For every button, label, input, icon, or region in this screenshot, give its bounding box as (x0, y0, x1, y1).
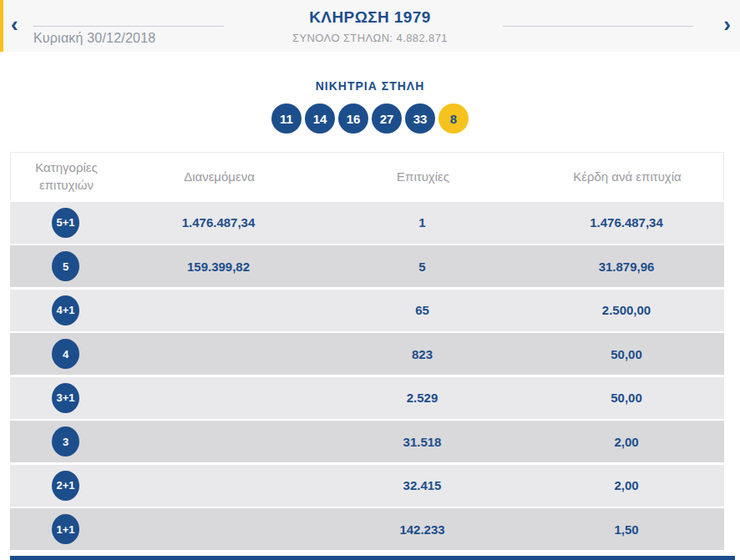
prize-per-winner-value: 2,00 (529, 435, 724, 449)
category-badge: 5 (52, 251, 79, 281)
prize-per-winner-value: 50,00 (529, 347, 724, 361)
table-row: 331.5182,00 (10, 421, 724, 462)
next-section-top-edge (10, 556, 735, 560)
category-badge: 5+1 (52, 208, 79, 238)
distributed-value: 1.476.487,34 (121, 215, 316, 230)
winners-value: 5 (316, 260, 529, 274)
table-row: 2+132.4152,00 (10, 465, 724, 507)
header-divider-right (503, 26, 693, 27)
winners-value: 823 (316, 347, 529, 361)
category-badge: 3+1 (52, 383, 79, 413)
winning-number-ball: 14 (305, 103, 335, 134)
winning-number-ball: 27 (372, 103, 402, 134)
prize-per-winner-value: 50,00 (529, 391, 724, 405)
column-header-prize: Κέρδη ανά επιτυχία (530, 168, 725, 185)
table-row: 482350,00 (10, 333, 724, 375)
category-badge: 4 (52, 339, 79, 369)
winning-numbers-row: 11141627338 (0, 103, 740, 134)
distributed-value: 159.399,82 (121, 260, 316, 274)
table-row: 5159.399,82531.879,96 (10, 245, 724, 287)
winning-number-ball: 33 (405, 103, 435, 134)
winners-value: 65 (316, 303, 529, 317)
prize-per-winner-value: 2,00 (529, 478, 724, 492)
column-header-distributed: Διανεμόμενα (122, 168, 317, 185)
winning-column-title: ΝΙΚΗΤΡΙΑ ΣΤΗΛΗ (0, 79, 740, 93)
column-header-categories: Κατηγορίες επιτυχιών (11, 159, 122, 194)
next-draw-button[interactable]: › (723, 12, 731, 37)
table-row: 1+1142.2331,50 (10, 508, 724, 550)
total-columns-label: ΣΥΝΟΛΟ ΣΤΗΛΩΝ: 4.882.871 (0, 32, 740, 44)
winners-value: 1 (316, 215, 529, 230)
results-table-header: Κατηγορίες επιτυχιών Διανεμόμενα Επιτυχί… (10, 152, 724, 199)
table-row: 4+1652.500,00 (10, 290, 724, 331)
winning-column-section: ΝΙΚΗΤΡΙΑ ΣΤΗΛΗ 11141627338 (0, 79, 740, 134)
category-badge: 3 (52, 426, 79, 457)
winning-number-ball: 16 (338, 103, 368, 134)
draw-header: ‹ Κυριακή 30/12/2018 ΚΛΗΡΩΣΗ 1979 ΣΥΝΟΛΟ… (0, 0, 740, 52)
results-table: Κατηγορίες επιτυχιών Διανεμόμενα Επιτυχί… (10, 152, 724, 550)
draw-title: ΚΛΗΡΩΣΗ 1979 (0, 8, 740, 27)
winners-value: 31.518 (316, 435, 529, 449)
winning-number-ball: 11 (271, 103, 302, 134)
joker-number-ball: 8 (438, 103, 469, 134)
prize-per-winner-value: 2.500,00 (529, 303, 724, 317)
prize-per-winner-value: 31.879,96 (529, 260, 724, 274)
table-row: 3+12.52950,00 (10, 377, 724, 419)
results-table-body: 5+11.476.487,3411.476.487,345159.399,825… (10, 202, 724, 551)
winners-value: 32.415 (316, 478, 529, 492)
category-badge: 4+1 (52, 295, 79, 325)
winners-value: 142.233 (316, 522, 529, 537)
table-row: 5+11.476.487,3411.476.487,34 (10, 202, 724, 244)
prize-per-winner-value: 1.476.487,34 (529, 215, 724, 230)
winners-value: 2.529 (316, 391, 529, 405)
column-header-winners: Επιτυχίες (317, 168, 530, 185)
category-badge: 2+1 (52, 471, 79, 501)
prize-per-winner-value: 1,50 (529, 522, 724, 537)
category-badge: 1+1 (52, 514, 79, 544)
